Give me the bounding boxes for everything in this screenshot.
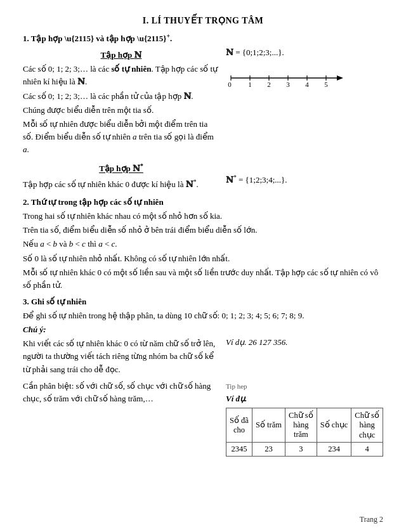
page: I. LÍ THUYẾT TRỌNG TÂM 1. Tập hợp \u{211… [0, 0, 406, 532]
section3-example1: Ví dụ. 26 127 356. [226, 336, 383, 349]
section3-bottom-row: Cần phân biệt: số với chữ số, số chục vớ… [23, 380, 383, 457]
table-header-4: Số chục [317, 408, 351, 442]
section2-para5: Mỗi số tự nhiên khác 0 có một số liền sa… [23, 266, 383, 292]
table-header-5: Chữ sốhàngchục [351, 408, 383, 442]
section2-para3: Nếu a < b và b < c thì a < c. [23, 238, 383, 250]
section1-left-col: Tập hợp ℕ Các số 0; 1; 2; 3;… là các số … [23, 46, 219, 157]
section3-bottom-right: Tip hep Ví dụ. Số đãcho Số trăm Chữ sốhà… [219, 380, 383, 457]
table-cell: 2345 [226, 442, 252, 456]
section3-para2: Cần phân biệt: số với chữ số, số chục vớ… [23, 380, 219, 405]
svg-marker-1 [337, 75, 343, 81]
section3-para1: Để ghi số tự nhiên trong hệ thập phân, t… [23, 309, 383, 322]
Nstar-set-notation: ℕ* = {1;2;3;4;...}. [226, 174, 383, 185]
section1-para1: Các số 0; 1; 2; 3;… là các số tự nhiên. … [23, 63, 219, 88]
svg-text:3: 3 [286, 81, 290, 88]
section2: 2. Thứ tự trong tập hợp các số tự nhiên … [23, 197, 383, 292]
svg-text:4: 4 [305, 81, 309, 88]
section1-para3: Chúng được biểu diễn trên một tia số. [23, 104, 219, 117]
N-set-notation: ℕ = {0;1;2;3;...}. [226, 48, 383, 58]
page-footer: Trang 2 [360, 515, 383, 524]
table-header-2: Số trăm [252, 408, 285, 442]
section2-para1: Trong hai số tự nhiên khác nhau có một s… [23, 210, 383, 223]
section3-note-text: Khi viết các số tự nhiên khác 0 có từ nă… [23, 337, 219, 375]
tip-hep-text: Tip hep [226, 381, 383, 392]
section1-title-text: 1. Tập hợp \u{2115} và tập hợp \u{2115}+… [23, 34, 172, 43]
section1-para2: Các số 0; 1; 2; 3;… là các phần tử của t… [23, 90, 219, 103]
section3-bottom-left: Cần phân biệt: số với chữ số, số chục vớ… [23, 380, 219, 406]
section3-note-col: Chú ý: Khi viết các số tự nhiên khác 0 c… [23, 323, 219, 377]
subsection-Nstar-title: Tập hợp ℕ* [23, 162, 219, 174]
number-line-svg: 0 1 2 3 4 5 [226, 67, 343, 89]
table-header-1: Số đãcho [226, 408, 252, 442]
svg-text:1: 1 [248, 81, 252, 88]
svg-text:2: 2 [267, 81, 271, 88]
section1-right-col: ℕ = {0;1;2;3;...}. 0 1 [219, 46, 383, 92]
section1-nstar-left: Tập hợp ℕ* Tập hợp các số tự nhiên khác … [23, 160, 219, 192]
section3-note-row: Chú ý: Khi viết các số tự nhiên khác 0 c… [23, 323, 383, 377]
section1-main-row: Tập hợp ℕ Các số 0; 1; 2; 3;… là các số … [23, 46, 383, 157]
table-cell: 3 [285, 442, 317, 456]
subsection-N-title: Tập hợp ℕ [23, 50, 219, 60]
section3-table: Số đãcho Số trăm Chữ sốhàngtrăm Số chục … [226, 408, 383, 457]
svg-text:0: 0 [228, 81, 232, 88]
note-label: Chú ý: [23, 325, 46, 334]
table-header-3: Chữ sốhàngtrăm [285, 408, 317, 442]
section3-example-right: Ví dụ. 26 127 356. [219, 323, 383, 350]
section3: 3. Ghi số tự nhiên Để ghi số tự nhiên tr… [23, 297, 383, 457]
number-line-container: 0 1 2 3 4 5 [226, 63, 383, 92]
svg-text:5: 5 [324, 81, 328, 88]
main-section-title: I. LÍ THUYẾT TRỌNG TÂM [23, 15, 383, 26]
section2-title: 2. Thứ tự trong tập hợp các số tự nhiên [23, 197, 383, 207]
section3-title: 3. Ghi số tự nhiên [23, 297, 383, 307]
section3-note: Chú ý: [23, 323, 219, 336]
section2-para4: Số 0 là số tự nhiên nhỏ nhất. Không có s… [23, 252, 383, 265]
table-cell: 23 [252, 442, 285, 456]
section1-para4: Mỗi số tự nhiên được biểu diễn bởi một đ… [23, 118, 219, 156]
table-cell: 4 [351, 442, 383, 456]
section1-nstar-para: Tập hợp các số tự nhiên khác 0 được kí h… [23, 177, 219, 191]
section1-nstar-right: ℕ* = {1;2;3;4;...}. [219, 160, 383, 186]
section3-table-container: Số đãcho Số trăm Chữ sốhàngtrăm Số chục … [226, 408, 383, 457]
section1-nstar-row: Tập hợp ℕ* Tập hợp các số tự nhiên khác … [23, 160, 383, 192]
table-cell: 234 [317, 442, 351, 456]
section2-para2: Trên tia số, điểm biểu diễn số nhỏ ở bên… [23, 224, 383, 237]
section1-title: 1. Tập hợp \u{2115} và tập hợp \u{2115}+… [23, 32, 383, 44]
section3-example2-label: Ví dụ. [226, 394, 383, 404]
